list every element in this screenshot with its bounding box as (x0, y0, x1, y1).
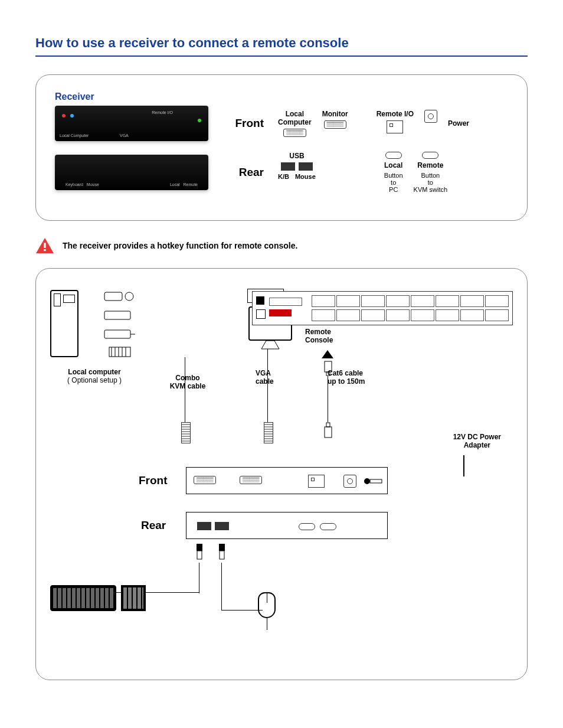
remote-button-group: Remote Button to KVM switch (414, 152, 447, 193)
front-row: Local Computer VGA Remote I/O Front Loca… (55, 106, 508, 141)
cable-end-icon (181, 422, 191, 443)
vga-port-icon: ▒▒▒▒▒ (240, 476, 262, 484)
usb-port-icon (299, 162, 313, 171)
svg-rect-8 (109, 347, 130, 357)
tower-icon (50, 290, 78, 357)
line (267, 349, 268, 422)
page-title: How to use a receiver to connect a remot… (35, 35, 528, 57)
arrow-up-icon (322, 350, 333, 358)
port-monitor: Monitor ▒▒▒▒▒ (322, 110, 348, 129)
kvm-switch-icon (252, 291, 513, 325)
svg-rect-24 (220, 551, 224, 559)
vga-port-icon: ▒▒▒▒▒ (194, 476, 216, 484)
rear-label-2: Rear (141, 519, 166, 532)
power-adapter-label: 12V DC Power Adapter (453, 433, 501, 449)
vga-port-icon: ▒▒▒▒▒ (283, 129, 306, 137)
receiver-rear-box (186, 512, 388, 539)
svg-rect-3 (104, 292, 122, 301)
remote-console-label: Remote Console (305, 328, 333, 344)
local-tower (50, 290, 78, 357)
port-power (424, 110, 437, 123)
line (463, 455, 464, 476)
local-button-group: Local Button to PC (384, 152, 403, 193)
button-icon (320, 523, 336, 530)
connector-icon (107, 345, 135, 360)
port-usb-group: USB K/B Mouse (278, 152, 316, 180)
rj45-port-icon (387, 120, 403, 133)
cable-end-icon (264, 422, 273, 443)
line (221, 563, 222, 610)
combo-cable-label: Combo KVM cable (161, 374, 214, 390)
mouse-icon (258, 592, 276, 630)
button-icon (299, 523, 315, 530)
kb-label: K/B (278, 173, 289, 180)
receiver-rear-photo: Keyboard Mouse Local Remote (55, 155, 208, 190)
svg-rect-1 (44, 243, 45, 248)
svg-point-4 (125, 292, 133, 301)
peripheral-icon (103, 289, 135, 306)
svg-rect-6 (104, 330, 130, 338)
usb-plug-icon (195, 543, 204, 564)
svg-point-19 (364, 478, 370, 484)
warning-note: The receiver provides a hotkey function … (35, 237, 528, 254)
mouse-label: Mouse (295, 173, 316, 180)
power-jack-icon (424, 110, 437, 123)
local-computer-label: Local computer ( Optional setup ) (50, 368, 139, 384)
rj45-port-icon (308, 475, 325, 488)
receiver-heading: Receiver (55, 92, 508, 102)
svg-rect-23 (219, 544, 225, 551)
vga-port-icon: ▒▒▒▒▒ (324, 120, 346, 129)
usb-port-icon (215, 522, 229, 530)
note-text: The receiver provides a hotkey function … (63, 241, 297, 250)
cat6-label: Cat6 cable up to 150m (328, 369, 365, 386)
svg-rect-21 (197, 544, 202, 551)
line (328, 376, 328, 422)
usb-plug-icon (218, 543, 226, 564)
svg-rect-2 (44, 249, 45, 251)
port-local-computer: Local Computer ▒▒▒▒▒ (278, 110, 312, 137)
connection-diagram-panel: Local computer ( Optional setup ) Combo … (35, 268, 528, 680)
usb-port-icon (197, 522, 211, 530)
vga-cable-label: VGA cable (256, 369, 274, 386)
front-label-2: Front (139, 474, 168, 487)
numpad-icon (121, 585, 146, 611)
receiver-front-box: ▒▒▒▒▒ ▒▒▒▒▒ (186, 467, 388, 494)
rear-row: Keyboard Mouse Local Remote Rear USB K/B… (55, 152, 508, 193)
port-remote-io: Remote I/O (377, 110, 414, 133)
svg-rect-17 (325, 427, 332, 438)
warning-icon (35, 237, 54, 254)
receiver-front-photo: Local Computer VGA Remote I/O (55, 106, 208, 141)
svg-rect-18 (326, 423, 330, 427)
button-icon (422, 152, 438, 159)
peripheral-icon (103, 328, 135, 342)
usb-port-icon (281, 162, 295, 171)
svg-rect-20 (370, 479, 382, 483)
peripheral-icon (103, 309, 135, 324)
svg-rect-22 (197, 551, 202, 559)
keyboard-icon (50, 585, 116, 611)
rear-label: Rear (222, 166, 264, 179)
line (185, 357, 185, 422)
power-label: Power (448, 119, 469, 128)
line (221, 610, 263, 611)
svg-marker-14 (261, 341, 279, 349)
rj45-plug-icon (324, 422, 332, 444)
dc-plug-icon (364, 477, 387, 488)
line (199, 563, 199, 593)
power-jack-icon (343, 475, 356, 488)
button-icon (385, 152, 402, 159)
svg-rect-5 (104, 311, 130, 319)
front-label: Front (222, 117, 264, 130)
receiver-overview-panel: Receiver Local Computer VGA Remote I/O F… (35, 74, 528, 221)
